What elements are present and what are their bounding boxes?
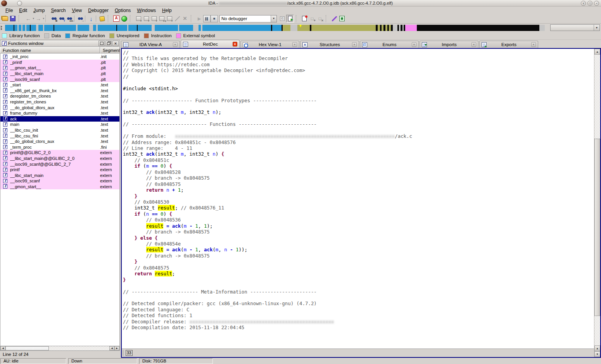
code-line[interactable]: #include <stdint.h> [123,86,594,91]
menu-options[interactable]: Options [112,7,134,14]
column-header-function-name[interactable]: Function name [0,47,100,53]
scrollbar-thumb[interactable] [594,139,600,316]
retdec-plugin-button[interactable] [286,15,294,22]
function-row[interactable]: __isoc99_scanf.plt [0,76,119,82]
save-icon[interactable] [9,15,17,22]
scroll-up-icon[interactable]: ▲ [594,345,600,351]
add-breakpoint-icon[interactable] [308,15,316,22]
function-row[interactable]: __gmon_start__extern [0,184,119,190]
menu-debugger[interactable]: Debugger [85,7,112,14]
code-line[interactable]: // 0x8048575 [123,181,594,187]
highlight-icon[interactable] [98,15,106,22]
code-line[interactable]: // ----------------------- Meta-Informat… [123,289,594,295]
code-line[interactable]: // --------------------- Function Protot… [123,98,594,103]
code-line[interactable]: // Decompiler release: xxxxxxxxxxxxxxxxx… [123,319,594,325]
code-line[interactable] [123,127,594,133]
tab-hex-view-1[interactable]: Hex View-1 [240,41,299,48]
create-struct-icon[interactable] [135,15,142,22]
code-line[interactable]: // 0x804851c [123,157,594,163]
function-row[interactable]: __libc_csu_init.text [0,127,119,133]
delete-icon[interactable] [181,15,189,22]
create-enum-icon[interactable] [142,15,150,22]
breakpoint-list-icon[interactable] [300,15,308,22]
patch-icon[interactable] [166,15,173,22]
function-row[interactable]: __libc_start_main.plt [0,71,119,77]
open-file-icon[interactable] [1,15,9,22]
code-line[interactable]: // Detected compiler/packer: gcc (x86_64… [123,300,594,306]
function-row[interactable]: frame_dummy.text [0,110,119,116]
code-line[interactable]: // branch -> 0x8048575 [123,229,594,235]
tab-close-icon[interactable] [531,42,536,47]
tab-close-icon[interactable] [412,42,416,47]
code-line[interactable]: } [123,277,594,283]
code-line[interactable]: if (m == 0) { [123,163,594,169]
function-row[interactable]: __libc_csu_fini.text [0,133,119,139]
function-row[interactable]: _term_proc.fini [0,144,119,150]
code-line[interactable] [123,91,594,97]
close-icon[interactable] [112,41,119,46]
function-row[interactable]: __x86_get_pc_thunk_bx.text [0,88,119,94]
code-line[interactable]: // 0x8048530 [123,199,594,205]
chevron-down-icon[interactable]: ▼ [594,25,599,31]
tab-exports[interactable]: Exports [479,41,538,48]
code-line[interactable]: // -------------------------- Functions … [123,121,594,127]
scroll-up-icon[interactable]: ▲ [594,49,600,55]
minimize-icon[interactable]: ∨ [581,1,586,6]
code-line[interactable]: return result; [123,271,594,276]
delete-breakpoint-icon[interactable] [316,15,324,22]
code-line[interactable]: // This file was generated by the Retarg… [123,55,594,61]
tab-imports[interactable]: Imports [420,41,478,48]
menu-help[interactable]: Help [159,7,175,14]
tab-close-icon[interactable] [471,42,476,47]
scrollbar-thumb[interactable] [5,346,49,350]
tab-close-icon[interactable] [233,42,237,46]
code-line[interactable]: // 0x8048575 [123,265,594,271]
nav-forward-icon[interactable] [33,15,43,22]
function-row[interactable]: __isoc99_scanf@@GLIBC_2_7extern [0,161,119,167]
code-line[interactable]: // branch -> 0x8048575 [123,253,594,259]
tab-close-icon[interactable] [352,42,357,47]
code-line[interactable]: result = ack(m - 1, ack(m, n - 1)); [123,247,594,252]
code-line[interactable]: int32_t result; // 0x8048576_11 [123,205,594,211]
navband-range-select[interactable]: ▼ [550,24,600,31]
code-line[interactable]: return n + 1; [123,187,594,193]
analysis-indicator-icon[interactable] [120,15,128,22]
tab-close-icon[interactable] [292,42,297,47]
code-line[interactable]: } else { [123,235,594,241]
function-row[interactable]: deregister_tm_clones.text [0,93,119,99]
scroll-left-icon[interactable]: ◀ [109,346,114,350]
scroll-down-icon[interactable]: ▼ [594,351,600,357]
function-row[interactable]: __do_global_ctors_aux.text [0,139,119,144]
code-line[interactable]: } [123,259,594,264]
code-vscrollbar[interactable]: ▲ ▲ ▼ [594,49,600,357]
start-process-icon[interactable] [195,15,203,22]
search-again-icon[interactable] [76,15,84,22]
functions-hscrollbar[interactable]: ◀ ◀ ▶ [0,346,120,351]
debugger-options-icon[interactable] [338,15,346,22]
function-row[interactable]: __isoc99_scanfextern [0,178,119,184]
code-line[interactable] [123,115,594,121]
scrollbar-track[interactable] [49,346,109,350]
code-line[interactable]: // 0x8048536 [123,217,594,223]
debugger-select[interactable]: No debugger▼ [219,15,277,22]
nav-back-icon[interactable] [23,15,33,22]
code-line[interactable]: // Detected functions: 1 [123,312,594,318]
attach-icon[interactable] [278,15,286,22]
decompiled-code[interactable]: //// This file was generated by the Reta… [122,49,594,349]
jump-address-icon[interactable] [87,15,95,22]
navband-scroll-arrows[interactable] [1,25,4,31]
code-line[interactable]: int32_t ack(int32_t m, int32_t n) { [123,151,594,157]
code-line[interactable] [123,283,594,288]
menu-view[interactable]: View [69,7,85,14]
menu-windows[interactable]: Windows [134,7,159,14]
code-line[interactable]: // Address range: 0x804851c - 0x8048576 [123,139,594,145]
search-immediate-icon[interactable] [66,15,73,22]
edit-icon[interactable] [173,15,181,22]
rename-icon[interactable] [158,15,166,22]
function-row[interactable]: __libc_start_mainextern [0,172,119,178]
code-line[interactable] [123,295,594,300]
tab-enums[interactable]: Enums [360,41,419,48]
function-row[interactable]: __do_global_dtors_aux.text [0,105,119,110]
code-line[interactable] [123,79,594,85]
code-line[interactable]: int32_t ack(int32_t m, int32_t n); [123,109,594,115]
